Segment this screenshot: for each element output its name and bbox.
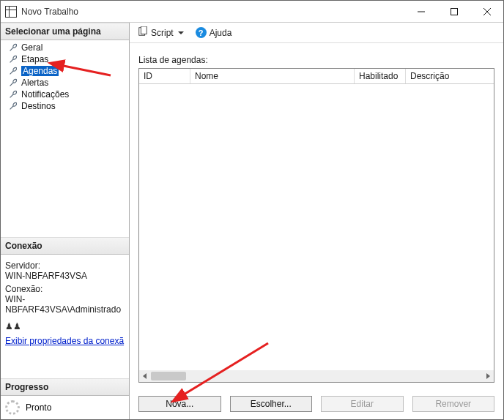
scroll-track[interactable] [151, 370, 482, 382]
script-button[interactable]: Script [134, 24, 188, 41]
page-tree: Geral Etapas Agendas Alertas Notificaçõe… [1, 40, 129, 113]
app-icon [5, 6, 17, 18]
svg-marker-6 [143, 373, 147, 379]
escolher-button[interactable]: Escolher... [230, 396, 313, 412]
view-connection-properties-link[interactable]: Exibir propriedades da conexã [5, 336, 124, 346]
help-button[interactable]: ? Ajuda [192, 25, 236, 40]
wrench-icon [8, 101, 18, 111]
sidebar-item-agendas[interactable]: Agendas [1, 65, 129, 77]
progress-spinner-icon [5, 400, 20, 415]
svg-marker-7 [486, 373, 490, 379]
server-caption: Servidor: [5, 260, 125, 271]
col-descricao[interactable]: Descrição [406, 69, 494, 83]
svg-rect-1 [451, 8, 457, 15]
connection-block: Servidor: WIN-NBFARF43VSA Conexão: WIN-N… [1, 255, 129, 349]
close-button[interactable] [470, 1, 503, 23]
wrench-icon [8, 66, 18, 76]
connection-users-icon: ♟♟ [5, 321, 15, 331]
col-nome[interactable]: Nome [190, 69, 355, 83]
svg-rect-5 [141, 26, 147, 34]
conn-value: WIN-NBFARF43VSA\Administrado [5, 294, 125, 315]
progress-header: Progresso [1, 378, 129, 396]
toolbar: Script ? Ajuda [130, 23, 503, 43]
list-header: ID Nome Habilitado Descrição [139, 69, 494, 84]
window-title: Novo Trabalho [21, 7, 404, 17]
progress-status: Pronto [26, 402, 51, 413]
sidebar-item-geral[interactable]: Geral [1, 42, 129, 53]
button-row: Nova... Escolher... Editar Remover [130, 389, 503, 419]
wrench-icon [8, 89, 18, 100]
maximize-button[interactable] [437, 1, 470, 23]
wrench-icon [8, 78, 18, 88]
wrench-icon [8, 54, 18, 64]
sidebar-item-label: Agendas [21, 66, 59, 76]
horizontal-scrollbar[interactable] [139, 370, 494, 382]
chevron-down-icon [178, 31, 184, 34]
sidebar-item-label: Etapas [21, 54, 48, 64]
minimize-button[interactable] [404, 1, 437, 23]
help-label: Ajuda [210, 28, 232, 38]
col-habilitado[interactable]: Habilitado [355, 69, 406, 83]
list-rows[interactable] [139, 84, 494, 370]
sidebar-item-label: Geral [21, 42, 42, 53]
editar-button: Editar [321, 396, 404, 412]
sidebar-item-notificacoes[interactable]: Notificações [1, 89, 129, 100]
list-caption: Lista de agendas: [138, 55, 494, 65]
nova-button[interactable]: Nova... [138, 396, 221, 412]
script-icon [138, 26, 148, 39]
sidebar-item-destinos[interactable]: Destinos [1, 100, 129, 112]
scroll-left-icon[interactable] [139, 370, 151, 382]
remover-button: Remover [412, 396, 495, 412]
select-page-header: Selecionar uma página [1, 23, 129, 40]
scroll-thumb[interactable] [151, 372, 186, 380]
schedule-list: ID Nome Habilitado Descrição [138, 68, 494, 383]
script-label: Script [151, 28, 174, 38]
server-value: WIN-NBFARF43VSA [5, 271, 125, 281]
sidebar-item-label: Destinos [21, 101, 56, 111]
sidebar-item-label: Alertas [21, 78, 48, 88]
sidebar-item-label: Notificações [21, 89, 69, 100]
scroll-right-icon[interactable] [482, 370, 494, 382]
help-icon: ? [196, 27, 207, 38]
title-bar: Novo Trabalho [1, 1, 503, 23]
progress-row: Pronto [1, 396, 129, 419]
wrench-icon [8, 42, 18, 53]
conn-caption: Conexão: [5, 284, 125, 294]
sidebar: Selecionar uma página Geral Etapas Agend… [1, 23, 130, 419]
sidebar-item-etapas[interactable]: Etapas [1, 53, 129, 65]
main-area: Script ? Ajuda Lista de agendas: ID Nome… [130, 23, 503, 419]
col-id[interactable]: ID [139, 69, 190, 83]
connection-header: Conexão [1, 237, 129, 255]
sidebar-item-alertas[interactable]: Alertas [1, 77, 129, 89]
